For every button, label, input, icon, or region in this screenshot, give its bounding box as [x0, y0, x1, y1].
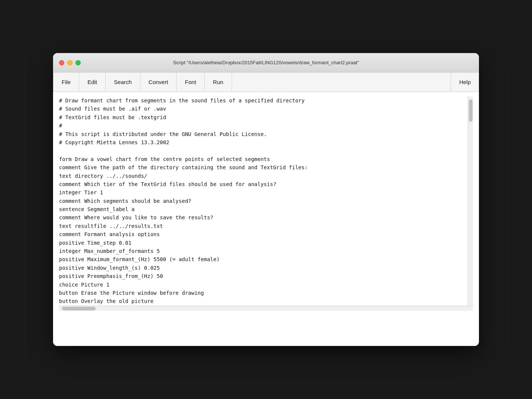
menu-item-help[interactable]: Help: [451, 72, 479, 92]
menu-edit-label: Edit: [87, 79, 97, 85]
vertical-scrollbar[interactable]: [468, 96, 473, 306]
application-window: Script "/Users/aletheia/Dropbox/2015Fall…: [53, 53, 479, 346]
menu-convert-label: Convert: [149, 79, 168, 85]
maximize-button[interactable]: [75, 60, 81, 65]
menu-file-label: File: [62, 79, 71, 85]
minimize-button[interactable]: [67, 60, 72, 65]
horizontal-scrollbar-thumb[interactable]: [62, 307, 96, 310]
code-text: # Draw formant chart from segments in th…: [59, 96, 468, 306]
horizontal-scrollbar[interactable]: [59, 306, 473, 311]
menu-item-file[interactable]: File: [53, 72, 79, 92]
title-bar: Script "/Users/aletheia/Dropbox/2015Fall…: [53, 53, 479, 72]
window-title: Script "/Users/aletheia/Dropbox/2015Fall…: [173, 60, 359, 65]
menu-item-search[interactable]: Search: [106, 72, 140, 92]
menu-help-label: Help: [459, 79, 471, 85]
menu-item-edit[interactable]: Edit: [79, 72, 106, 92]
menu-item-convert[interactable]: Convert: [140, 72, 177, 92]
menu-font-label: Font: [185, 79, 196, 85]
content-wrapper: # Draw formant chart from segments in th…: [59, 96, 473, 306]
content-area: # Draw formant chart from segments in th…: [53, 92, 479, 346]
menu-bar: File Edit Search Convert Font Run Help: [53, 72, 479, 92]
menu-item-run[interactable]: Run: [205, 72, 232, 92]
menu-search-label: Search: [114, 79, 132, 85]
menu-run-label: Run: [213, 79, 223, 85]
code-editor[interactable]: # Draw formant chart from segments in th…: [59, 96, 468, 306]
traffic-lights: [59, 60, 81, 65]
close-button[interactable]: [59, 60, 64, 65]
vertical-scrollbar-thumb[interactable]: [469, 99, 473, 122]
menu-item-font[interactable]: Font: [177, 72, 205, 92]
